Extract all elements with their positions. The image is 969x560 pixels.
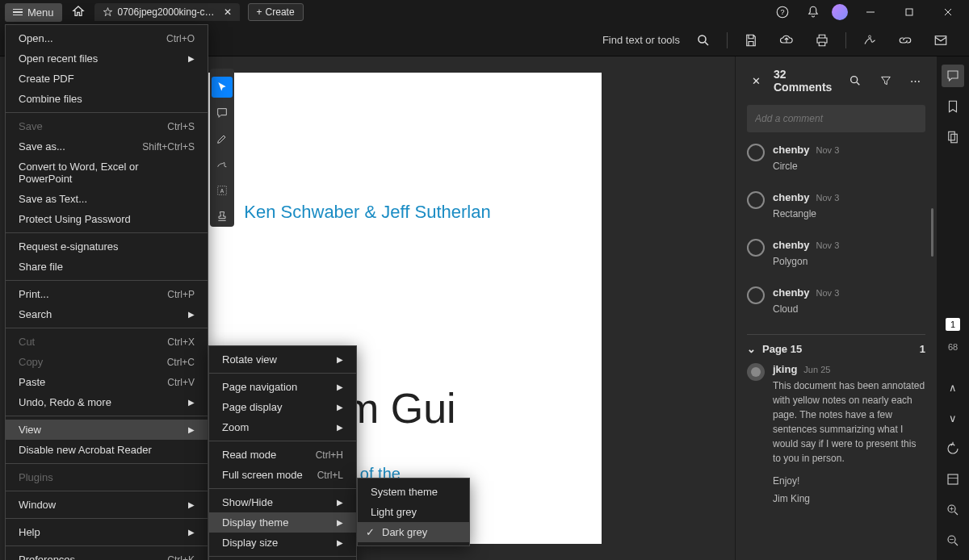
menu-item-label: Dark grey [382,526,427,538]
stamp-tool[interactable] [212,206,233,227]
sign-button[interactable] [858,28,882,52]
comment-text: This document has been annotated with ye… [773,378,925,466]
main-menu-item[interactable]: Disable new Acrobat Reader [6,440,208,460]
rail-down-button[interactable]: ∨ [942,407,964,429]
home-button[interactable] [65,0,91,25]
view-menu-item[interactable]: Zoom▶ [209,417,356,437]
comment-tool[interactable] [212,102,233,123]
view-menu-item[interactable]: Display theme▶ [209,512,356,533]
comments-list[interactable]: chenbyNov 3 Circle chenbyNov 3 Rectangle… [736,144,937,560]
comment-item[interactable]: chenbyNov 3 Rectangle [747,191,925,221]
rail-up-button[interactable]: ∧ [942,376,964,399]
cloud-button[interactable] [774,28,799,52]
menu-item-label: Help [19,526,40,538]
view-menu-item[interactable]: Full screen modeCtrl+L [209,465,356,485]
document-tab[interactable]: 0706jpeg2000king-com... ✕ [94,3,240,21]
main-menu-item[interactable]: Preferences...Ctrl+K [6,550,208,560]
create-button[interactable]: + Create [248,3,304,21]
search-comments-button[interactable] [844,69,866,92]
close-window-button[interactable] [932,0,964,24]
email-button[interactable] [929,28,953,52]
more-comments-button[interactable]: ⋯ [905,70,925,92]
pages-icon [946,130,960,144]
menu-button[interactable]: Menu [5,3,62,22]
svg-rect-14 [949,132,955,140]
avatar[interactable] [832,4,848,20]
search-button[interactable] [691,28,715,52]
main-menu-item[interactable]: View▶ [6,420,208,440]
add-comment-input[interactable] [747,105,925,132]
select-tool[interactable] [212,77,233,98]
help-icon: ? [775,5,790,19]
page-divider[interactable]: ⌄ Page 15 1 [747,334,925,355]
comment-item[interactable]: chenbyNov 3 Cloud [747,286,925,316]
comment-item[interactable]: jkingJun 25 This document has been annot… [747,363,925,506]
main-menu-item[interactable]: Combine files [6,89,208,109]
menu-separator [6,280,208,281]
rail-zoom-out-button[interactable] [942,529,964,552]
rail-bookmark-button[interactable] [942,95,964,118]
theme-menu-item[interactable]: System theme [358,482,469,502]
view-menu-item[interactable]: Display size▶ [209,533,356,553]
theme-menu-item[interactable]: ✓Dark grey [358,522,469,542]
draw-icon [216,158,229,171]
page-current[interactable]: 1 [946,318,960,331]
menu-separator [6,416,208,416]
rail-pages-button[interactable] [942,126,964,148]
theme-menu-item[interactable]: Light grey [358,502,469,522]
menu-item-label: Page display [222,401,282,413]
menu-label: Menu [27,6,54,19]
close-comments-button[interactable]: ✕ [747,70,766,92]
menu-item-label: Combine files [19,93,82,105]
scrollbar-thumb[interactable] [931,208,933,257]
main-menu-item[interactable]: Save as...Shift+Ctrl+S [6,136,208,157]
svg-rect-3 [906,9,912,15]
view-menu-item[interactable]: Read modeCtrl+H [209,445,356,465]
main-menu-item[interactable]: Search▶ [6,304,208,324]
tab-title: 0706jpeg2000king-com... [118,6,219,18]
filter-comments-button[interactable] [875,69,897,92]
main-menu-item[interactable]: Share file [6,257,208,277]
print-button[interactable] [810,28,834,52]
rail-comments-button[interactable] [942,65,964,87]
comment-date: Nov 3 [816,240,840,250]
main-menu-item[interactable]: Window▶ [6,495,208,515]
menu-separator [6,518,208,519]
signature-icon [862,33,877,48]
svg-point-6 [698,36,706,43]
rail-zoom-in-button[interactable] [942,499,964,521]
main-menu-item[interactable]: Help▶ [6,522,208,542]
highlight-tool[interactable] [212,128,233,149]
main-menu-item[interactable]: Request e-signatures [6,236,208,257]
main-menu-item[interactable]: Open...Ctrl+O [6,28,208,48]
main-menu-item[interactable]: Undo, Redo & more▶ [6,392,208,412]
draw-tool[interactable] [212,154,233,175]
main-menu-item[interactable]: Save as Text... [6,189,208,209]
menu-item-label: Open recent files [19,52,98,65]
maximize-button[interactable] [893,0,925,24]
help-button[interactable]: ? [770,0,795,24]
rail-fit-button[interactable] [942,468,964,491]
main-menu-item[interactable]: Protect Using Password [6,209,208,229]
main-menu-item[interactable]: Create PDF [6,69,208,89]
chevron-down-icon: ⌄ [747,343,756,355]
main-menu-item[interactable]: Convert to Word, Excel or PowerPoint [6,157,208,189]
view-menu-item[interactable]: Page display▶ [209,397,356,417]
save-button[interactable] [739,28,763,52]
main-menu-item[interactable]: Open recent files▶ [6,48,208,69]
menu-item-label: View [19,424,41,436]
main-menu-item[interactable]: Print...Ctrl+P [6,284,208,304]
rail-rotate-button[interactable] [942,437,964,460]
view-menu-item[interactable]: Page navigation▶ [209,377,356,397]
text-tool[interactable]: A [212,180,233,201]
menu-separator [209,556,356,557]
link-button[interactable] [893,28,917,52]
main-menu-item[interactable]: PasteCtrl+V [6,372,208,392]
comment-item[interactable]: chenbyNov 3 Polygon [747,239,925,269]
view-menu-item[interactable]: Rotate view▶ [209,349,356,370]
notifications-button[interactable] [801,0,825,24]
minimize-button[interactable] [854,0,887,24]
tab-close-button[interactable]: ✕ [224,6,232,18]
view-menu-item[interactable]: Show/Hide▶ [209,492,356,512]
comment-item[interactable]: chenbyNov 3 Circle [747,144,925,173]
